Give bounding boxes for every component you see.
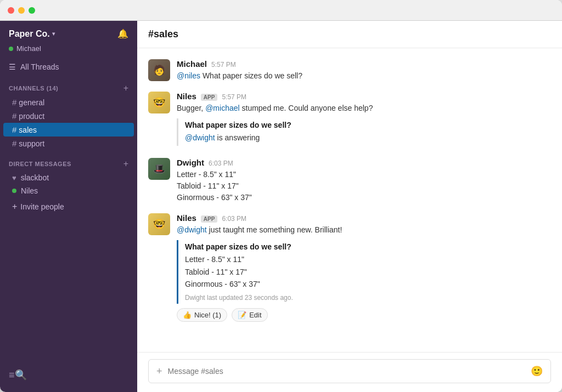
edit-label: Edit — [249, 311, 261, 319]
channel-name: sales — [19, 126, 37, 134]
app-badge: APP — [201, 94, 218, 101]
channels-label: CHANNELS (14) — [9, 85, 58, 92]
message-time: 5:57 PM — [211, 61, 236, 69]
add-dm-icon[interactable]: + — [123, 159, 128, 169]
dm-label: DIRECT MESSAGES — [9, 161, 71, 167]
message-text: @dwight just taught me something new. Br… — [177, 224, 551, 236]
sidebar-footer: ≡🔍 — [0, 363, 137, 387]
reaction-edit-button[interactable]: 📝 Edit — [232, 308, 267, 322]
bell-icon[interactable]: 🔔 — [117, 29, 128, 39]
all-threads-label: All Threads — [20, 63, 59, 71]
message-line: Tabloid - 11" x 17" — [177, 180, 551, 192]
channels-section-header: CHANNELS (14) + — [0, 75, 137, 95]
reaction-nice-button[interactable]: 👍 Nice! (1) — [177, 308, 227, 322]
app-badge: APP — [201, 215, 218, 223]
mention: @niles — [177, 71, 200, 80]
hash-icon: # — [12, 139, 16, 148]
message-header: Dwight 6:03 PM — [177, 158, 551, 167]
avatar-dwight: 🎩 — [148, 158, 170, 180]
dm-niles[interactable]: Niles — [3, 184, 134, 197]
text-after: just taught me something new. Brilliant! — [209, 225, 342, 234]
message-header: Michael 5:57 PM — [177, 59, 551, 69]
hash-icon: # — [12, 98, 16, 107]
channel-header: #sales — [137, 21, 562, 48]
quote-text: @dwight is answering — [185, 132, 551, 144]
online-status-dot — [9, 47, 13, 51]
message-dwight-1: 🎩 Dwight 6:03 PM Letter - 8.5" x 11" Tab… — [148, 158, 551, 203]
message-michael-1: 🧑 Michael 5:57 PM @niles What paper size… — [148, 59, 551, 82]
menu-search-icon[interactable]: ≡🔍 — [9, 369, 27, 381]
maximize-button[interactable] — [29, 7, 35, 14]
reaction-emoji: 👍 — [183, 311, 192, 319]
quote-line: Ginormous - 63" x 37" — [185, 278, 551, 290]
minimize-button[interactable] — [18, 7, 25, 14]
attach-icon[interactable]: + — [156, 366, 162, 377]
message-line: Letter - 8.5" x 11" — [177, 169, 551, 180]
bot-icon: ♥ — [12, 174, 16, 182]
quote-line: Tabloid - 11" x 17" — [185, 266, 551, 278]
channel-title: #sales — [148, 29, 178, 39]
channel-name: general — [19, 98, 44, 107]
avatar-niles: 🤓 — [148, 213, 170, 235]
quote-bold: What paper sizes do we sell? — [185, 121, 551, 129]
message-author: Dwight — [177, 158, 204, 167]
app-window: Paper Co. ▾ 🔔 Michael ☰ All Threads CHAN… — [0, 0, 562, 392]
text-before: Bugger, — [177, 104, 205, 112]
sidebar-item-support[interactable]: # support — [3, 137, 134, 150]
avatar-niles: 🤓 — [148, 92, 170, 113]
close-button[interactable] — [8, 7, 14, 14]
message-time: 5:57 PM — [222, 93, 246, 101]
channel-name: product — [19, 112, 44, 121]
message-author: Niles — [177, 213, 196, 223]
main-content: #sales 🧑 Michael 5:57 PM @niles What pap… — [137, 21, 562, 392]
message-time: 6:03 PM — [209, 160, 233, 167]
message-author: Michael — [177, 59, 207, 69]
mention: @michael — [205, 104, 239, 112]
message-niles-2: 🤓 Niles APP 6:03 PM @dwight just taught … — [148, 213, 551, 321]
hash-icon: # — [12, 111, 16, 121]
text-after: stumped me. Could anyone else help? — [242, 104, 373, 112]
reaction-row: 👍 Nice! (1) 📝 Edit — [177, 308, 551, 322]
sidebar-item-sales[interactable]: # sales — [3, 123, 134, 137]
sidebar-header: Paper Co. ▾ 🔔 — [0, 21, 137, 43]
dm-name: Niles — [21, 186, 38, 195]
message-niles-1: 🤓 Niles APP 5:57 PM Bugger, @michael stu… — [148, 92, 551, 148]
message-content: Niles APP 5:57 PM Bugger, @michael stump… — [177, 92, 551, 148]
edit-emoji: 📝 — [238, 311, 246, 319]
quote-bold: What paper sizes do we sell? — [185, 242, 551, 251]
message-header: Niles APP 5:57 PM — [177, 92, 551, 101]
traffic-lights — [8, 7, 35, 14]
titlebar — [0, 0, 562, 21]
all-threads-item[interactable]: ☰ All Threads — [0, 59, 137, 75]
mention: @dwight — [177, 225, 207, 234]
username-label: Michael — [16, 44, 41, 53]
invite-label: Invite people — [20, 202, 64, 211]
user-status: Michael — [0, 43, 137, 59]
sidebar-item-general[interactable]: # general — [3, 95, 134, 109]
reaction-label: Nice! (1) — [194, 311, 221, 319]
app-body: Paper Co. ▾ 🔔 Michael ☰ All Threads CHAN… — [0, 21, 562, 392]
message-text: Bugger, @michael stumped me. Could anyon… — [177, 103, 551, 114]
message-input[interactable] — [168, 367, 525, 376]
workspace-name[interactable]: Paper Co. ▾ — [9, 29, 55, 39]
invite-people-button[interactable]: + Invite people — [3, 197, 134, 216]
quote-block: What paper sizes do we sell? @dwight is … — [177, 118, 551, 146]
message-content: Michael 5:57 PM @niles What paper sizes … — [177, 59, 551, 82]
messages-area: 🧑 Michael 5:57 PM @niles What paper size… — [137, 48, 562, 352]
dm-slackbot[interactable]: ♥ slackbot — [3, 171, 134, 184]
message-input-area: + 🙂 — [137, 352, 562, 392]
workspace-chevron-icon: ▾ — [52, 31, 55, 37]
message-input-box: + 🙂 — [148, 359, 551, 383]
online-dot — [12, 189, 16, 193]
sidebar-item-product[interactable]: # product — [3, 109, 134, 123]
sidebar: Paper Co. ▾ 🔔 Michael ☰ All Threads CHAN… — [0, 21, 137, 392]
add-channel-icon[interactable]: + — [123, 83, 128, 93]
threads-icon: ☰ — [9, 63, 16, 71]
message-content: Dwight 6:03 PM Letter - 8.5" x 11" Tablo… — [177, 158, 551, 203]
emoji-picker-icon[interactable]: 🙂 — [531, 365, 543, 377]
hash-icon: # — [12, 125, 16, 134]
plus-icon: + — [12, 202, 17, 212]
quote-text: Letter - 8.5" x 11" Tabloid - 11" x 17" … — [185, 253, 551, 290]
quote-meta: Dwight last updated 23 seconds ago. — [185, 294, 551, 302]
message-text: Letter - 8.5" x 11" Tabloid - 11" x 17" … — [177, 169, 551, 203]
